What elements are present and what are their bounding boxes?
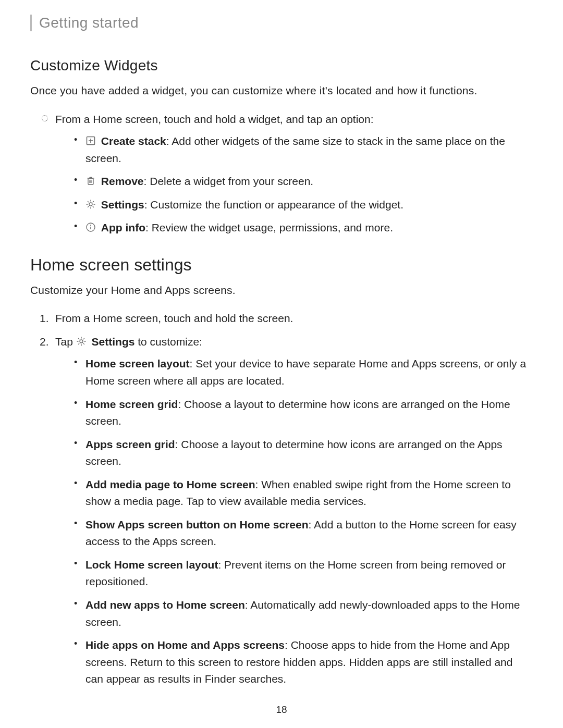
widget-action-list: From a Home screen, touch and hold a wid… xyxy=(30,111,533,237)
svg-point-11 xyxy=(89,203,92,206)
option-create-stack: Create stack: Add other widgets of the s… xyxy=(55,133,533,167)
step-2: Tap Settings to customize: Home screen l… xyxy=(30,334,533,688)
section-title-home-settings: Home screen settings xyxy=(30,255,533,275)
setting-show-apps-button: Show Apps screen button on Home screen: … xyxy=(55,516,533,550)
widget-lead-item: From a Home screen, touch and hold a wid… xyxy=(30,111,533,237)
option-label: Create stack xyxy=(101,135,166,147)
setting-add-new-apps: Add new apps to Home screen: Automatical… xyxy=(55,597,533,631)
info-icon xyxy=(85,222,96,232)
section-intro: Once you have added a widget, you can cu… xyxy=(30,82,533,100)
setting-label: Apps screen grid xyxy=(85,438,175,450)
option-settings: Settings: Customize the function or appe… xyxy=(55,196,533,214)
section-intro-2: Customize your Home and Apps screens. xyxy=(30,282,533,299)
setting-label: Add media page to Home screen xyxy=(85,478,255,490)
option-desc: : Review the widget usage, permissions, … xyxy=(145,221,393,233)
svg-point-15 xyxy=(80,340,83,343)
trash-icon xyxy=(85,176,96,186)
page-header: Getting started xyxy=(30,15,533,31)
step-label: Settings xyxy=(92,336,135,348)
setting-label: Lock Home screen layout xyxy=(85,559,218,571)
setting-media-page: Add media page to Home screen: When enab… xyxy=(55,476,533,510)
plus-box-icon xyxy=(85,135,96,146)
setting-hide-apps: Hide apps on Home and Apps screens: Choo… xyxy=(55,637,533,688)
setting-label: Hide apps on Home and Apps screens xyxy=(85,639,285,651)
step-text-post: to customize: xyxy=(134,336,202,348)
setting-home-layout: Home screen layout: Set your device to h… xyxy=(55,355,533,389)
gear-icon xyxy=(85,199,96,209)
section-title-customize-widgets: Customize Widgets xyxy=(30,57,533,74)
breadcrumb-title: Getting started xyxy=(39,15,139,31)
steps-list: From a Home screen, touch and hold the s… xyxy=(30,310,533,687)
svg-point-13 xyxy=(90,225,91,226)
setting-home-grid: Home screen grid: Choose a layout to det… xyxy=(55,396,533,430)
widget-lead-text: From a Home screen, touch and hold a wid… xyxy=(55,113,374,125)
setting-lock-layout: Lock Home screen layout: Prevent items o… xyxy=(55,557,533,590)
step-text: From a Home screen, touch and hold the s… xyxy=(55,312,293,324)
option-app-info: App info: Review the widget usage, permi… xyxy=(55,219,533,237)
hollow-bullet-icon xyxy=(42,115,48,121)
setting-label: Home screen grid xyxy=(85,398,178,410)
setting-apps-grid: Apps screen grid: Choose a layout to det… xyxy=(55,436,533,470)
manual-page: Getting started Customize Widgets Once y… xyxy=(0,0,563,728)
settings-options: Home screen layout: Set your device to h… xyxy=(55,355,533,687)
setting-label: Add new apps to Home screen xyxy=(85,599,245,611)
setting-label: Home screen layout xyxy=(85,357,190,369)
step-1: From a Home screen, touch and hold the s… xyxy=(30,310,533,327)
option-desc: : Delete a widget from your screen. xyxy=(144,175,314,187)
option-label: App info xyxy=(101,221,145,233)
widget-options: Create stack: Add other widgets of the s… xyxy=(55,133,533,237)
option-label: Remove xyxy=(101,175,144,187)
option-remove: Remove: Delete a widget from your screen… xyxy=(55,173,533,190)
step-text-pre: Tap xyxy=(55,336,76,348)
option-label: Settings xyxy=(101,199,144,211)
setting-label: Show Apps screen button on Home screen xyxy=(85,519,308,530)
option-desc: : Customize the function or appearance o… xyxy=(144,199,403,211)
gear-icon xyxy=(76,336,87,347)
page-number: 18 xyxy=(0,704,563,715)
